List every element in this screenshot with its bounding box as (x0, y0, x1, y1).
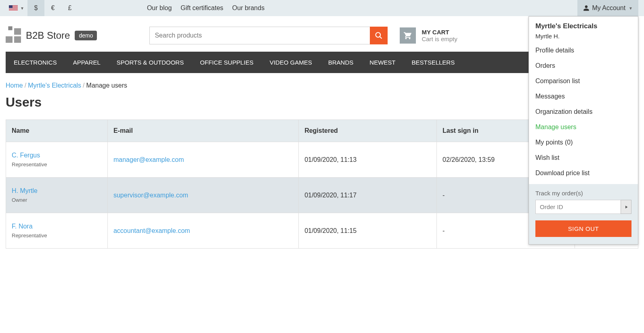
account-menu-item[interactable]: Comparison list (535, 73, 631, 89)
nav-item-apparel[interactable]: APPAREL (65, 52, 109, 73)
nav-item-newest[interactable]: NEWEST (361, 52, 403, 73)
user-role: Representative (12, 232, 102, 239)
breadcrumb-separator: / (25, 82, 26, 89)
account-menu-item[interactable]: Download price list (535, 165, 631, 181)
account-menu: Profile detailsOrdersComparison listMess… (529, 43, 638, 184)
search-wrap (149, 27, 388, 44)
breadcrumb-item: Manage users (86, 82, 127, 89)
user-name-link[interactable]: C. Fergus (12, 152, 102, 159)
nav-item-video-games[interactable]: VIDEO GAMES (262, 52, 320, 73)
account-menu-item[interactable]: Organization details (535, 104, 631, 119)
svg-point-0 (376, 33, 381, 38)
search-icon (375, 31, 383, 40)
flag-icon (9, 5, 18, 11)
play-icon (624, 205, 629, 209)
demo-badge: demo (75, 31, 97, 40)
breadcrumb-separator: / (83, 82, 84, 89)
user-name-link[interactable]: F. Nora (12, 223, 102, 230)
account-menu-item[interactable]: Profile details (535, 43, 631, 58)
search-button[interactable] (370, 27, 388, 44)
top-bar: ▼ $ € £ Our blog Gift certificates Our b… (0, 0, 644, 16)
cart-icon (400, 27, 416, 44)
top-bar-left: ▼ $ € £ (6, 0, 78, 16)
logo-area[interactable]: B2B Store demo (6, 28, 97, 43)
user-role: Representative (12, 161, 102, 168)
account-menu-item[interactable]: My points (0) (535, 135, 631, 150)
table-header: Name (6, 120, 108, 142)
breadcrumb-item[interactable]: Myrtle's Electricals (28, 82, 81, 89)
currency-usd[interactable]: $ (27, 0, 44, 16)
account-menu-item[interactable]: Manage users (535, 119, 631, 135)
user-email[interactable]: manager@example.com (107, 142, 298, 178)
nav-item-office-supplies[interactable]: OFFICE SUPPLIES (192, 52, 262, 73)
my-account-label: My Account (592, 4, 625, 12)
user-email[interactable]: supervisor@example.com (107, 178, 298, 213)
account-menu-item[interactable]: Messages (535, 89, 631, 104)
cart-status: Cart is empty (422, 36, 457, 42)
user-role: Owner (12, 197, 102, 203)
user-registered: 01/09/2020, 11:15 (299, 213, 437, 249)
track-order-input[interactable] (535, 200, 621, 214)
logo-text: B2B Store (26, 30, 70, 41)
nav-item-bestsellers[interactable]: BESTSELLERS (403, 52, 463, 73)
table-header: Registered (299, 120, 437, 142)
currency-gbp[interactable]: £ (61, 0, 78, 16)
top-link-blog[interactable]: Our blog (147, 4, 172, 12)
account-company: Myrtle's Electricals (529, 17, 638, 33)
table-header: E-mail (107, 120, 298, 142)
track-order-button[interactable] (621, 200, 631, 214)
account-username: Myrtle H. (529, 33, 638, 43)
my-account-trigger[interactable]: My Account ▼ (577, 0, 638, 16)
top-link-gift[interactable]: Gift certificates (180, 4, 223, 12)
track-order-box: Track my order(s) SIGN OUT (529, 184, 638, 244)
nav-item-electronics[interactable]: ELECTRONICS (6, 52, 65, 73)
search-input[interactable] (149, 27, 370, 44)
nav-item-sports-outdoors[interactable]: SPORTS & OUTDOORS (109, 52, 192, 73)
cart-area[interactable]: MY CART Cart is empty (400, 27, 457, 44)
currency-eur[interactable]: € (44, 0, 61, 16)
chevron-down-icon: ▼ (629, 6, 633, 10)
user-registered: 01/09/2020, 11:13 (299, 142, 437, 178)
user-email[interactable]: accountant@example.com (107, 213, 298, 249)
svg-line-1 (380, 37, 382, 39)
user-registered: 01/09/2020, 11:17 (299, 178, 437, 213)
chevron-down-icon: ▼ (20, 6, 24, 10)
signout-button[interactable]: SIGN OUT (535, 220, 631, 237)
track-order-label: Track my order(s) (535, 190, 631, 197)
account-menu-item[interactable]: Wish list (535, 150, 631, 165)
cart-title: MY CART (422, 29, 457, 36)
account-dropdown: Myrtle's Electricals Myrtle H. Profile d… (529, 16, 638, 245)
person-icon (583, 5, 589, 11)
nav-item-brands[interactable]: BRANDS (320, 52, 362, 73)
user-name-link[interactable]: H. Myrtle (12, 187, 102, 195)
logo-icon (6, 28, 21, 43)
language-selector[interactable]: ▼ (6, 5, 27, 11)
cart-text: MY CART Cart is empty (422, 27, 457, 44)
top-link-brands[interactable]: Our brands (232, 4, 264, 12)
breadcrumb-item[interactable]: Home (6, 82, 23, 89)
account-menu-item[interactable]: Orders (535, 58, 631, 73)
top-links: Our blog Gift certificates Our brands (147, 4, 264, 12)
